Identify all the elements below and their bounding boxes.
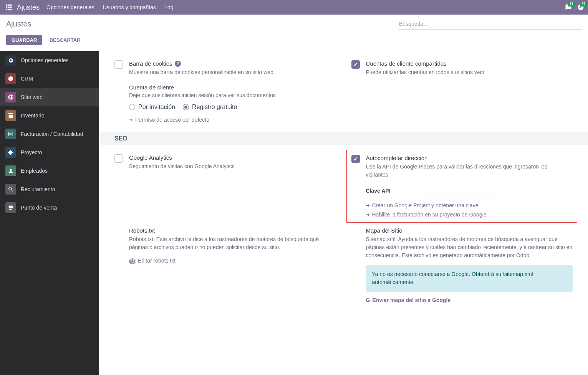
sidebar-item-label: Facturación / Contabilidad bbox=[21, 131, 83, 137]
users-icon bbox=[5, 165, 16, 176]
globe-icon bbox=[5, 92, 16, 102]
setting-title: Autocompletar dirección bbox=[366, 155, 573, 161]
setting-title: Mapa del Sitio bbox=[366, 227, 573, 234]
sidebar-item-crm[interactable]: CRM bbox=[0, 69, 99, 88]
setting-desc: Puede utilizar las cuentas en todos sus … bbox=[366, 68, 573, 76]
link-label: Editar robots.txt bbox=[138, 258, 176, 264]
svg-rect-5 bbox=[10, 7, 12, 8]
svg-rect-0 bbox=[6, 5, 8, 6]
link-label: Crear un Google Project y obtener una cl… bbox=[372, 202, 479, 208]
puzzle-icon bbox=[5, 147, 16, 158]
subsection-title: Cuenta de cliente bbox=[129, 84, 336, 91]
address-autocomplete-box: Autocompletar dirección Use la API de Go… bbox=[346, 150, 578, 223]
sidebar-item-inventory[interactable]: Inventario bbox=[0, 106, 99, 125]
money-icon bbox=[5, 129, 16, 139]
top-nav: Ajustes Opciones generales Usuarios y co… bbox=[0, 0, 588, 15]
setting-title: Google Analytics bbox=[129, 154, 336, 161]
android-icon: 🤖 bbox=[129, 258, 136, 264]
svg-rect-6 bbox=[6, 9, 8, 10]
sidebar-item-website[interactable]: Sitio web bbox=[0, 88, 99, 106]
sidebar-item-label: Proyecto bbox=[21, 149, 42, 155]
radio-label: Por invitación bbox=[138, 104, 175, 111]
nav-general[interactable]: Opciones generales bbox=[46, 4, 94, 10]
setting-title: Robots.txt bbox=[129, 227, 336, 234]
link-label: Enviar mapa del sitio a Google bbox=[372, 297, 451, 303]
link-label: Habilite la facturación en su proyecto d… bbox=[372, 211, 487, 218]
setting-desc: Muestre una barra de cookies personaliza… bbox=[129, 68, 336, 76]
sidebar-item-employees[interactable]: Empleados bbox=[0, 162, 99, 180]
search-user-icon bbox=[5, 184, 16, 195]
sidebar-item-project[interactable]: Proyecto bbox=[0, 143, 99, 162]
radio-icon bbox=[129, 104, 135, 110]
radio-icon bbox=[183, 104, 189, 110]
svg-rect-2 bbox=[10, 5, 12, 6]
setting-desc: Robots.txt: Este archivo le dice a los r… bbox=[129, 235, 336, 251]
autocomplete-checkbox[interactable] bbox=[351, 155, 360, 163]
control-panel: Ajustes GUARDAR DESCARTAR bbox=[0, 15, 588, 51]
setting-desc: Sitemap.xml: Ayuda a los rastreadores de… bbox=[366, 235, 573, 259]
sidebar-item-recruitment[interactable]: Reclutamiento bbox=[0, 180, 99, 198]
default-access-link[interactable]: ➔ Permiso de acceso por defecto bbox=[129, 117, 209, 123]
sitemap-info: Ya no es necesario conectarse a Google. … bbox=[366, 265, 573, 292]
enable-billing-link[interactable]: ➔ Habilite la facturación en su proyecto… bbox=[366, 211, 573, 218]
create-project-link[interactable]: ➔ Crear un Google Project y obtener una … bbox=[366, 202, 573, 208]
setting-desc: Use la API de Google Places para validar… bbox=[366, 163, 573, 179]
page-title: Ajustes bbox=[6, 20, 31, 28]
box-icon bbox=[5, 110, 16, 121]
chat-count: 11 bbox=[568, 2, 575, 7]
nav-log[interactable]: Log bbox=[164, 4, 173, 10]
settings-sidebar: Opciones generales CRM Sitio web Inventa… bbox=[0, 51, 99, 375]
radio-free[interactable]: Registro gratuito bbox=[183, 104, 237, 111]
google-icon: G bbox=[366, 297, 370, 303]
search-input[interactable] bbox=[398, 18, 582, 30]
cookies-checkbox[interactable] bbox=[114, 60, 123, 69]
pos-icon bbox=[5, 202, 16, 213]
radio-label: Registro gratuito bbox=[192, 104, 237, 111]
setting-title: Barra de cookies bbox=[129, 60, 172, 67]
discard-button[interactable]: DESCARTAR bbox=[44, 35, 86, 45]
sidebar-item-general[interactable]: Opciones generales bbox=[0, 51, 99, 69]
brand-title: Ajustes bbox=[17, 3, 40, 12]
svg-rect-3 bbox=[6, 7, 8, 8]
activity-count: 31 bbox=[580, 2, 587, 7]
save-button[interactable]: GUARDAR bbox=[6, 35, 42, 45]
sidebar-item-pos[interactable]: Punto de venta bbox=[0, 198, 99, 217]
section-header-seo: SEO bbox=[99, 132, 588, 145]
arrow-right-icon: ➔ bbox=[366, 203, 370, 208]
sidebar-item-label: Inventario bbox=[21, 112, 44, 119]
sidebar-item-label: Reclutamiento bbox=[21, 186, 55, 192]
svg-rect-4 bbox=[8, 7, 10, 8]
link-label: Permiso de acceso por defecto bbox=[135, 117, 209, 123]
arrow-right-icon: ➔ bbox=[129, 117, 133, 122]
nav-users[interactable]: Usuarios y compañías bbox=[103, 4, 156, 10]
ga-checkbox[interactable] bbox=[114, 154, 123, 163]
sidebar-item-accounting[interactable]: Facturación / Contabilidad bbox=[0, 125, 99, 143]
radio-invite[interactable]: Por invitación bbox=[129, 104, 175, 111]
api-key-input[interactable] bbox=[424, 186, 501, 195]
svg-rect-7 bbox=[8, 9, 10, 10]
sidebar-item-label: Opciones generales bbox=[21, 57, 69, 63]
handshake-icon bbox=[5, 73, 16, 84]
api-key-label: Clave API bbox=[366, 188, 420, 194]
settings-main: Barra de cookies ? Muestre una barra de … bbox=[99, 51, 588, 375]
sidebar-item-label: Punto de venta bbox=[21, 205, 57, 211]
subsection-desc: Deje que sus clientes inicien sesión par… bbox=[129, 92, 336, 98]
sidebar-item-label: Empleados bbox=[21, 168, 48, 174]
edit-robots-link[interactable]: 🤖 Editar robots.txt bbox=[129, 258, 176, 264]
arrow-right-icon: ➔ bbox=[366, 212, 370, 217]
svg-rect-8 bbox=[10, 9, 12, 10]
shared-accounts-checkbox[interactable] bbox=[351, 60, 360, 69]
setting-title: Cuentas de cliente compartidas bbox=[366, 60, 573, 67]
search-box bbox=[398, 18, 582, 30]
sidebar-item-label: Sitio web bbox=[21, 94, 43, 100]
svg-rect-1 bbox=[8, 5, 10, 6]
setting-desc: Seguimiento de visitas con Google Analyt… bbox=[129, 162, 336, 170]
apps-icon[interactable] bbox=[4, 2, 14, 12]
chat-icon[interactable]: 11 bbox=[565, 4, 572, 11]
gear-icon bbox=[5, 55, 16, 66]
send-sitemap-link[interactable]: G Enviar mapa del sitio a Google bbox=[366, 297, 451, 303]
sidebar-item-label: CRM bbox=[21, 76, 33, 82]
activity-icon[interactable]: 31 bbox=[577, 4, 584, 11]
help-icon[interactable]: ? bbox=[175, 61, 181, 67]
